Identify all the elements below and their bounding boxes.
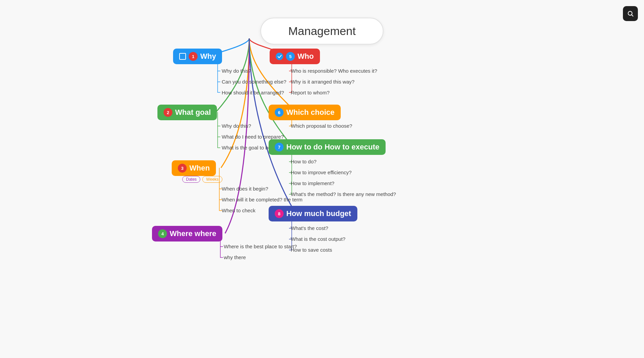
when-tags: Dates Weeks: [182, 176, 222, 183]
who-icon: [276, 53, 283, 60]
dates-tag[interactable]: Dates: [182, 176, 200, 183]
how-to-do-badge: 7: [275, 143, 284, 151]
when-node[interactable]: 3 When: [172, 160, 216, 176]
why-sub-2: Can you do something else?: [222, 79, 286, 85]
why-sub-3: How should it be arranged?: [222, 90, 284, 95]
how-to-do-sub-4: What's the method? Is there any new meth…: [291, 191, 396, 197]
why-badge: 1: [189, 52, 198, 61]
how-much-sub-3: How to save costs: [291, 247, 332, 253]
where-label: Where where: [170, 229, 216, 238]
when-sub-1: When does it begin?: [222, 186, 268, 192]
when-sub-2: When will it be completed? the term: [222, 197, 303, 202]
how-much-node[interactable]: 8 How much budget: [269, 206, 357, 221]
mind-map-lines: [0, 0, 644, 358]
what-goal-sub-2: What do I need to prepare?: [222, 134, 284, 140]
where-badge: 4: [158, 229, 167, 238]
where-sub-2: why there: [224, 254, 246, 260]
how-to-do-node[interactable]: 7 How to do How to execute: [269, 139, 386, 155]
which-choice-badge: 6: [275, 108, 284, 117]
how-much-label: How much budget: [286, 209, 351, 218]
why-icon: [179, 53, 186, 60]
who-sub-2: Why is it arranged this way?: [291, 79, 355, 85]
weeks-tag[interactable]: Weeks: [202, 176, 222, 183]
when-sub-3: When to check: [222, 208, 255, 213]
what-goal-label: What goal: [175, 108, 211, 117]
who-badge: 5: [286, 52, 295, 61]
when-badge: 3: [178, 164, 187, 173]
how-to-do-label: How to do How to execute: [286, 143, 379, 151]
which-choice-sub-1: Which proposal to choose?: [291, 123, 352, 129]
how-much-sub-2: What is the cost output?: [291, 236, 345, 242]
why-sub-1: Why do this?: [222, 68, 251, 74]
where-node[interactable]: 4 Where where: [152, 226, 222, 241]
who-node[interactable]: 5 Who: [270, 49, 320, 64]
svg-point-0: [628, 11, 632, 15]
search-icon: [627, 10, 634, 17]
how-to-do-sub-3: How to implement?: [291, 180, 334, 186]
which-choice-node[interactable]: 6 Which choice: [269, 105, 341, 120]
how-to-do-sub-1: How to do?: [291, 159, 317, 164]
why-node[interactable]: 1 Why: [173, 49, 222, 64]
who-sub-1: Who is responsible? Who executes it?: [291, 68, 377, 74]
svg-line-1: [632, 15, 633, 17]
what-goal-sub-1: Why do this?: [222, 123, 251, 129]
what-goal-badge: 2: [164, 108, 172, 117]
which-choice-label: Which choice: [286, 108, 335, 117]
why-label: Why: [200, 52, 216, 61]
who-label: Who: [298, 52, 314, 61]
how-much-sub-1: What's the cost?: [291, 225, 328, 231]
where-sub-1: Where is the best place to start?: [224, 244, 297, 249]
when-label: When: [189, 164, 210, 173]
who-sub-3: Report to whom?: [291, 90, 329, 95]
how-to-do-sub-2: How to improve efficiency?: [291, 169, 352, 175]
how-much-badge: 8: [275, 209, 284, 218]
central-node-label: Management: [288, 24, 356, 37]
central-node: Management: [260, 18, 384, 44]
what-goal-node[interactable]: 2 What goal: [157, 105, 217, 120]
search-button[interactable]: [623, 6, 638, 21]
